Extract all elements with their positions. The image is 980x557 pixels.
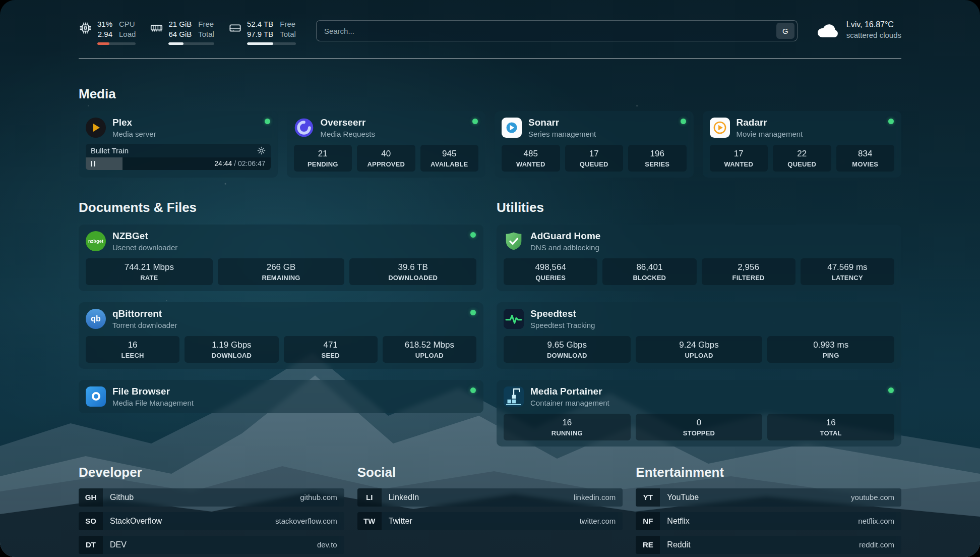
stat: 47.569 msLATENCY <box>801 258 894 285</box>
service-card-nzbget[interactable]: nzbget NZBGet Usenet downloader 744.21 M… <box>79 225 483 291</box>
service-card-portainer[interactable]: Media Portainer Container management 16R… <box>497 380 901 447</box>
bookmark-name: Twitter <box>389 517 412 526</box>
stat-label: QUERIES <box>506 274 595 282</box>
section-title-documents: Documents & Files <box>79 200 483 215</box>
stat-label: QUEUED <box>775 160 829 168</box>
stat-value: 9.24 Gbps <box>638 340 761 350</box>
bookmark-stackoverflow[interactable]: SO StackOverflow stackoverflow.com <box>79 512 344 530</box>
status-dot <box>470 232 476 238</box>
service-card-radarr[interactable]: Radarr Movie management 17WANTED 22QUEUE… <box>703 111 902 178</box>
stat-value: 9.65 Gbps <box>506 340 629 350</box>
stat-value: 485 <box>504 149 558 159</box>
stat-value: 744.21 Mbps <box>88 262 211 272</box>
bookmark-url: linkedin.com <box>574 493 616 502</box>
stat-value: 17 <box>712 149 766 159</box>
stat: 266 GBREMAINING <box>218 258 345 285</box>
stat: 945AVAILABLE <box>420 145 479 172</box>
stat-label: REMAINING <box>220 274 343 282</box>
stat-label: PING <box>769 352 892 359</box>
service-desc: Speedtest Tracking <box>530 321 595 329</box>
bookmark-twitter[interactable]: TW Twitter twitter.com <box>357 512 623 530</box>
bookmark-netflix[interactable]: NF Netflix netflix.com <box>636 512 901 530</box>
cpu-label-top: CPU <box>119 19 136 29</box>
service-card-plex[interactable]: Plex Media server Bullet Train <box>79 111 278 178</box>
memory-icon <box>150 21 163 35</box>
stat: 498,564QUERIES <box>504 258 597 285</box>
cpu-label-bottom: Load <box>119 29 136 39</box>
service-card-qbittorrent[interactable]: qb qBittorrent Torrent downloader 16LEEC… <box>79 302 483 369</box>
stat-label: DOWNLOADED <box>351 274 474 282</box>
documents-column: Documents & Files nzbget NZBGet Usenet d… <box>79 200 483 413</box>
stat-label: BLOCKED <box>604 274 694 282</box>
speedtest-icon <box>504 309 524 329</box>
stat-value: 16 <box>506 418 629 428</box>
service-card-speedtest[interactable]: Speedtest Speedtest Tracking 9.65 GbpsDO… <box>497 302 901 369</box>
bookmark-reddit[interactable]: RE Reddit reddit.com <box>636 536 901 554</box>
search-provider-button[interactable]: G <box>776 23 794 39</box>
adguard-icon <box>504 231 524 251</box>
disk-icon <box>228 21 242 35</box>
memory-label-bottom: Total <box>198 29 214 39</box>
service-desc: Media File Management <box>112 399 194 407</box>
stat: 9.65 GbpsDOWNLOAD <box>504 336 631 363</box>
section-title-developer: Developer <box>79 465 344 480</box>
stat-label: SEED <box>286 352 376 359</box>
status-dot <box>265 119 270 124</box>
stat-value: 39.6 TB <box>351 262 474 272</box>
social-column: Social LI LinkedIn linkedin.com TW Twitt… <box>357 465 623 530</box>
section-title-social: Social <box>357 465 623 480</box>
stat: 834MOVIES <box>836 145 895 172</box>
radarr-icon <box>710 118 730 138</box>
bookmark-abbr: SO <box>79 512 103 530</box>
stat-label: TOTAL <box>769 429 892 437</box>
plex-icon <box>86 118 106 138</box>
bookmark-url: github.com <box>300 493 337 502</box>
pause-icon <box>91 161 95 166</box>
filebrowser-icon <box>86 386 106 407</box>
search-input[interactable] <box>324 27 776 35</box>
bookmark-url: dev.to <box>317 540 337 549</box>
entertainment-column: Entertainment YT YouTube youtube.com NF … <box>636 465 901 554</box>
bookmark-youtube[interactable]: YT YouTube youtube.com <box>636 488 901 507</box>
bookmark-name: Netflix <box>667 517 689 526</box>
stat: 196SERIES <box>628 145 687 172</box>
cpu-usage-bar <box>97 42 136 45</box>
service-desc: DNS and adblocking <box>530 243 600 252</box>
status-dot <box>470 310 476 315</box>
cpu-widget: 31% 2.94 CPU Load <box>79 19 136 45</box>
bookmark-name: DEV <box>110 540 127 549</box>
bookmark-dev[interactable]: DT DEV dev.to <box>79 536 344 554</box>
service-name: Plex <box>112 117 156 128</box>
stat-value: 16 <box>88 340 177 350</box>
service-card-overseerr[interactable]: Overseerr Media Requests 21PENDING 40APP… <box>287 111 486 178</box>
bookmark-linkedin[interactable]: LI LinkedIn linkedin.com <box>357 488 623 507</box>
stat-value: 2,956 <box>704 262 793 272</box>
status-dot <box>888 387 894 393</box>
bookmark-abbr: DT <box>79 536 103 554</box>
stat-value: 618.52 Mbps <box>385 340 474 350</box>
stat: 39.6 TBDOWNLOADED <box>349 258 476 285</box>
service-desc: Torrent downloader <box>112 321 177 329</box>
bookmark-github[interactable]: GH Github github.com <box>79 488 344 507</box>
bookmark-url: stackoverflow.com <box>275 517 337 525</box>
stat: 16TOTAL <box>767 414 894 440</box>
gear-icon[interactable] <box>257 146 266 155</box>
weather-widget: Lviv, 16.87°C scattered clouds <box>816 20 901 39</box>
section-title-utilities: Utilities <box>497 200 901 215</box>
stat-value: 22 <box>775 149 829 159</box>
stat-label: LATENCY <box>803 274 892 282</box>
bookmark-url: netflix.com <box>858 517 894 525</box>
service-card-adguard[interactable]: AdGuard Home DNS and adblocking 498,564Q… <box>497 225 901 291</box>
stat-value: 196 <box>630 149 685 159</box>
service-card-filebrowser[interactable]: File Browser Media File Management <box>79 380 483 413</box>
section-title-entertainment: Entertainment <box>636 465 901 480</box>
stat-label: AVAILABLE <box>422 160 477 168</box>
bookmark-abbr: RE <box>636 536 660 554</box>
stat-value: 471 <box>286 340 376 350</box>
stat: 471SEED <box>284 336 378 363</box>
stat-label: PENDING <box>296 160 350 168</box>
service-card-sonarr[interactable]: Sonarr Series management 485WANTED 17QUE… <box>495 111 694 178</box>
dashboard-screen: 31% 2.94 CPU Load <box>0 0 980 557</box>
bookmark-abbr: NF <box>636 512 660 530</box>
bookmark-name: Reddit <box>667 540 690 549</box>
